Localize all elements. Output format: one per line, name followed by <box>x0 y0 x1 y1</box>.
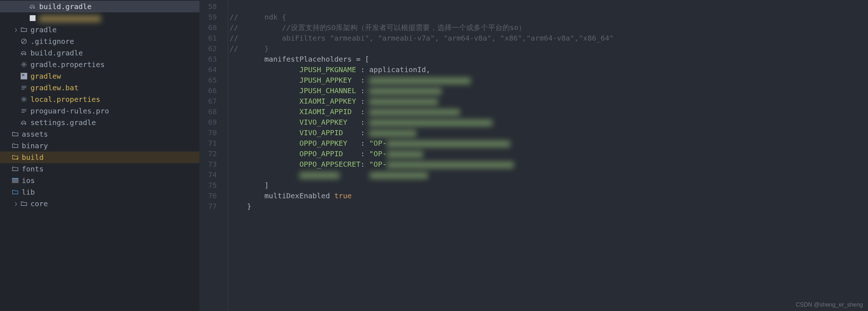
tree-item-label <box>39 14 101 22</box>
tree-item-assets[interactable]: assets <box>0 128 199 140</box>
code-editor: 5859606162636465666768697071727374757677… <box>199 0 868 311</box>
line-number: 71 <box>199 138 224 149</box>
tree-item-label: gradle <box>30 25 57 34</box>
code-line[interactable]: OPPO_APPID : "OP- <box>230 149 868 159</box>
square-icon <box>28 15 37 21</box>
folder-icon <box>20 26 28 33</box>
elephant-icon <box>20 49 28 57</box>
svg-point-2 <box>23 64 25 66</box>
tree-item-label: ios <box>22 176 35 185</box>
code-line[interactable]: OPPO_APPKEY : "OP- <box>230 138 868 149</box>
tree-item-build.gradle[interactable]: build.gradle <box>0 47 199 59</box>
code-line[interactable]: multiDexEnabled true <box>230 191 868 201</box>
tree-item-gradlew.bat[interactable]: gradlew.bat <box>0 82 199 94</box>
tree-item-gradlew[interactable]: gradlew <box>0 70 199 82</box>
code-line[interactable]: VIVO_APPKEY : <box>230 117 868 128</box>
tree-item-gradle[interactable]: ❯gradle <box>0 24 199 36</box>
tree-item-local.properties[interactable]: local.properties <box>0 94 199 105</box>
tree-item-ios[interactable]: ios <box>0 175 199 186</box>
tree-item-label: gradlew <box>30 72 61 80</box>
line-number: 58 <box>199 1 224 12</box>
line-number: 67 <box>199 96 224 107</box>
line-number: 61 <box>199 33 224 43</box>
code-line[interactable]: XIAOMI_APPID : <box>230 107 868 117</box>
file-tree-sidebar: build.gradle❯gradle.gitignorebuild.gradl… <box>0 0 199 311</box>
tree-item-lib[interactable]: lib <box>0 186 199 198</box>
tree-item-build.gradle[interactable]: build.gradle <box>0 1 199 12</box>
elephant-icon <box>20 119 28 126</box>
tree-item-core[interactable]: ❯core <box>0 198 199 210</box>
code-line[interactable]: ] <box>230 180 868 191</box>
tree-item-label: binary <box>22 141 48 150</box>
lines-icon <box>20 84 28 91</box>
lines-icon <box>20 107 28 115</box>
tree-item-label: build <box>22 153 44 162</box>
code-content[interactable]: // ndk {// //设置支持的SO库架构（开发者可以根据需要，选择一个或多… <box>228 0 868 311</box>
tree-item-label: assets <box>22 130 48 138</box>
code-line[interactable]: JPUSH_CHANNEL : <box>230 86 868 96</box>
tree-item-label: settings.gradle <box>30 118 96 127</box>
line-number: 66 <box>199 86 224 96</box>
tree-item-blurred[interactable] <box>0 12 199 24</box>
code-line[interactable] <box>230 1 868 12</box>
tree-item-label: gradlew.bat <box>30 83 78 92</box>
circle-slash-icon <box>20 38 28 45</box>
tree-item-gradle.properties[interactable]: gradle.properties <box>0 59 199 70</box>
tree-item-build[interactable]: build <box>0 152 199 163</box>
line-number: 76 <box>199 191 224 201</box>
tree-item-label: core <box>30 199 48 208</box>
line-number: 64 <box>199 65 224 75</box>
tree-item-label: build.gradle <box>30 49 83 57</box>
gear-icon <box>20 61 28 68</box>
terminal-icon <box>20 73 28 79</box>
line-number: 59 <box>199 12 224 22</box>
folder-orange-icon <box>11 154 20 161</box>
code-line[interactable]: JPUSH_PKGNAME : applicationId, <box>230 65 868 75</box>
code-line[interactable]: // } <box>230 43 868 54</box>
tree-item-label: proguard-rules.pro <box>30 107 109 115</box>
tree-item-label: .gitignore <box>30 37 74 46</box>
tree-item-binary[interactable]: binary <box>0 140 199 152</box>
folder-icon <box>20 200 28 207</box>
tree-item-fonts[interactable]: fonts <box>0 163 199 175</box>
disk-icon <box>11 178 20 183</box>
code-line[interactable] <box>230 170 868 180</box>
code-line[interactable]: } <box>230 201 868 212</box>
line-number: 68 <box>199 107 224 117</box>
line-number-gutter: 5859606162636465666768697071727374757677 <box>199 0 224 311</box>
svg-point-6 <box>23 99 25 100</box>
code-line[interactable]: // //设置支持的SO库架构（开发者可以根据需要，选择一个或多个平台的so） <box>230 22 868 33</box>
line-number: 69 <box>199 117 224 128</box>
line-number: 60 <box>199 22 224 33</box>
watermark: CSDN @sheng_er_sheng <box>796 302 863 308</box>
svg-line-1 <box>22 40 26 43</box>
code-line[interactable]: JPUSH_APPKEY : <box>230 75 868 86</box>
line-number: 72 <box>199 149 224 159</box>
line-number: 63 <box>199 54 224 65</box>
folder-blue-icon <box>11 188 20 196</box>
tree-item-.gitignore[interactable]: .gitignore <box>0 36 199 47</box>
code-line[interactable]: // abiFilters "armeabi", "armeabi-v7a", … <box>230 33 868 43</box>
line-number: 73 <box>199 159 224 170</box>
tree-item-label: gradle.properties <box>30 60 105 69</box>
line-number: 62 <box>199 43 224 54</box>
code-line[interactable]: // ndk { <box>230 12 868 22</box>
code-line[interactable]: OPPO_APPSECRET: "OP- <box>230 159 868 170</box>
line-number: 77 <box>199 201 224 212</box>
chevron-icon: ❯ <box>12 27 20 33</box>
chevron-icon: ❯ <box>12 201 20 207</box>
tree-item-proguard-rules.pro[interactable]: proguard-rules.pro <box>0 105 199 117</box>
code-line[interactable]: manifestPlaceholders = [ <box>230 54 868 65</box>
tree-item-label: fonts <box>22 165 44 173</box>
line-number: 65 <box>199 75 224 86</box>
folder-icon <box>11 142 20 149</box>
elephant-icon <box>28 3 37 10</box>
line-number: 75 <box>199 180 224 191</box>
code-line[interactable]: XIAOMI_APPKEY : <box>230 96 868 107</box>
gear-icon <box>20 96 28 103</box>
tree-item-label: build.gradle <box>39 2 92 11</box>
code-line[interactable]: VIVO_APPID : <box>230 128 868 138</box>
tree-item-label: local.properties <box>30 95 100 104</box>
tree-item-settings.gradle[interactable]: settings.gradle <box>0 117 199 128</box>
tree-item-label: lib <box>22 188 35 196</box>
